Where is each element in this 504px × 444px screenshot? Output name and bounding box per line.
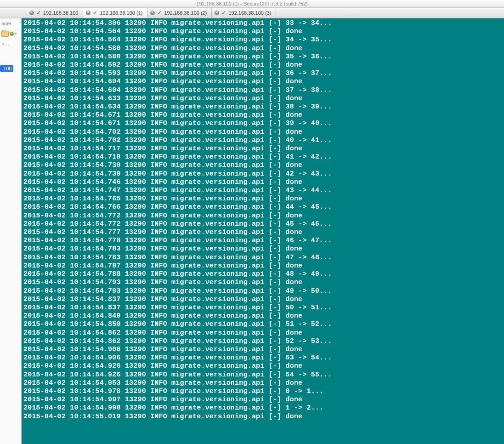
main-body: ager + ▾ < .. .100 » 2015-04-02 10:14:54… — [0, 18, 504, 444]
tab-label: 192.168.38.100 (2) — [164, 10, 207, 16]
tab-label: 192.168.38.100 (3) — [228, 10, 271, 16]
connected-check-icon: ✓ — [93, 10, 97, 16]
session-manager-sidebar: ager + ▾ < .. .100 — [0, 18, 22, 444]
terminal-output[interactable]: 2015-04-02 10:14:54.306 13290 INFO migra… — [22, 18, 504, 444]
close-icon[interactable] — [215, 11, 219, 15]
session-tab-2[interactable]: ✓ 192.168.38.100 (2) — [147, 8, 212, 18]
app-window: 192.168.38.100 (1) - SecureCRT 7.3.2 (bu… — [0, 0, 504, 444]
sidebar-header-text: ager — [1, 21, 11, 26]
plus-icon: + — [10, 32, 14, 36]
chevron-down-icon: ▾ — [15, 31, 17, 36]
connected-check-icon: ✓ — [221, 10, 226, 16]
connected-check-icon: ✓ — [36, 10, 41, 16]
session-tab-0[interactable]: ✓ 192.168.38.100 — [27, 8, 83, 18]
sidebar-toolbar[interactable]: + ▾ — [0, 28, 18, 39]
terminal-pane: 2015-04-02 10:14:54.306 13290 INFO migra… — [22, 18, 504, 444]
session-tab-3[interactable]: ✓ 192.168.38.100 (3) — [212, 8, 276, 18]
sidebar-nav-up[interactable]: < .. — [0, 39, 11, 49]
tab-label: 192.168.38.100 (1) — [100, 10, 142, 16]
collapse-arrow-icon[interactable]: » — [19, 19, 22, 24]
tab-label: 192.168.38.100 — [43, 10, 78, 16]
close-icon[interactable] — [29, 11, 34, 15]
connected-check-icon: ✓ — [157, 10, 162, 16]
session-tab-1[interactable]: ✓ 192.168.38.100 (1) — [83, 8, 147, 18]
sidebar-header: ager — [0, 18, 13, 28]
sidebar-selected-host[interactable]: .100 — [0, 65, 13, 72]
folder-icon — [1, 31, 9, 37]
tab-bar: ✓ 192.168.38.100 ✓ 192.168.38.100 (1) ✓ … — [0, 8, 504, 18]
close-icon[interactable] — [150, 11, 155, 15]
window-title: 192.168.38.100 (1) - SecureCRT 7.3.2 (bu… — [0, 0, 504, 8]
close-icon[interactable] — [86, 11, 91, 15]
